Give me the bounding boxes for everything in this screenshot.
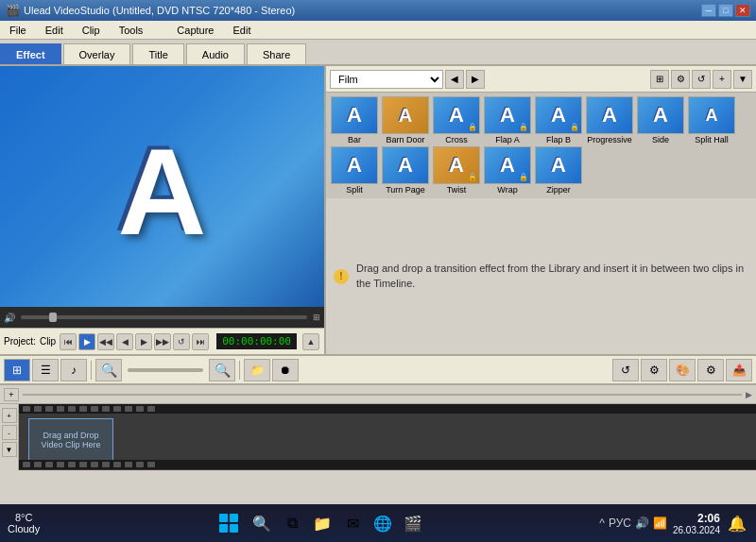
film-hole [147,462,155,467]
grid-view-button[interactable]: ⊞ [650,70,669,89]
film-hole [79,406,87,412]
maximize-button[interactable]: □ [718,4,733,17]
effect-info: ! Drag and drop a transition effect from… [326,198,756,354]
next-category-button[interactable]: ▶ [466,70,485,89]
menu-button[interactable]: ▼ [733,70,752,89]
next-button[interactable]: ▶ [135,333,152,350]
zoom-out-button[interactable]: 🔍 [95,359,122,381]
language-indicator[interactable]: РУС [609,517,631,530]
settings-button[interactable]: ⚙ [697,359,724,381]
effect-toolbar: Film 3D Album Peeling Sliding ◀ ▶ ⊞ ⚙ ↺ … [326,66,756,93]
tab-share[interactable]: Share [247,43,306,64]
effect-item-split-hall[interactable]: A Split Hall [687,96,736,144]
tray-expand-icon[interactable]: ^ [599,517,605,530]
timeline-add-button[interactable]: + [4,388,19,401]
mail-icon[interactable]: ✉ [341,512,364,534]
storyboard-view-button[interactable]: ⊞ [4,359,30,381]
tab-title[interactable]: Title [132,43,183,64]
start-button[interactable] [215,509,243,537]
menu-file[interactable]: File [4,23,32,38]
effect-item-flap-a[interactable]: A 🔒 Flap A [483,96,532,144]
open-folder-button[interactable]: 📁 [244,359,270,381]
film-hole [68,462,76,467]
effect-category-dropdown[interactable]: Film 3D Album Peeling Sliding [330,70,443,89]
effect-item-turn-page[interactable]: A Turn Page [381,146,430,195]
menu-edit2[interactable]: Edit [227,23,256,38]
chrome-icon[interactable]: 🌐 [371,512,394,534]
end-button[interactable]: ⏭ [192,333,209,350]
clock-time: 2:06 [673,512,720,525]
menu-bar: File Edit Clip Tools Capture Edit [0,21,756,40]
timeline-view-button[interactable]: ☰ [32,359,59,381]
preview-letter: A [118,130,207,253]
effect-item-side[interactable]: A Side [636,96,685,144]
tab-audio[interactable]: Audio [186,43,245,64]
refresh-button[interactable]: ↺ [692,70,711,89]
prev-button[interactable]: ◀ [116,333,133,350]
system-clock[interactable]: 2:06 26.03.2024 [673,512,720,535]
time-display: 00:00:00:00 [216,333,297,349]
effect-item-bar[interactable]: A Bar [330,96,379,144]
export-button[interactable]: 📤 [726,359,752,381]
timeline-header: + ▶ [0,385,756,404]
timeline-zoom-out-button[interactable]: - [2,425,17,440]
menu-capture[interactable]: Capture [171,23,219,38]
tab-overlay[interactable]: Overlay [63,43,131,64]
timeline-zoom-in-button[interactable]: + [2,408,17,423]
effect-item-twist[interactable]: A 🔒 Twist [432,146,481,195]
zoom-slider[interactable] [128,368,203,372]
explorer-icon[interactable]: 📁 [311,512,334,534]
volume-tray-icon[interactable]: 🔊 [635,517,649,530]
network-tray-icon[interactable]: 📶 [653,517,667,530]
play-button[interactable]: ▶ [78,333,95,350]
menu-clip[interactable]: Clip [77,23,106,38]
minimize-button[interactable]: ─ [701,4,716,17]
film-hole [34,462,42,467]
timecode-expand-button[interactable]: ▲ [302,333,319,350]
effect-label-flap-a: Flap A [495,135,520,144]
effect-item-zipper[interactable]: A Zipper [534,146,583,195]
film-hole [136,462,144,467]
effect-item-barn-door[interactable]: A Barn Door [381,96,430,144]
next-frame-button[interactable]: ▶▶ [154,333,171,350]
smart-proxy-button[interactable]: ⚙ [641,359,667,381]
timeline-arrow-down[interactable]: ▼ [2,442,17,457]
prev-category-button[interactable]: ◀ [445,70,464,89]
zoom-icon: ⊞ [313,313,320,322]
film-hole [113,462,121,467]
undo-button[interactable]: ↺ [612,359,639,381]
add-button[interactable]: + [713,70,731,89]
record-button[interactable]: ⏺ [272,359,299,381]
effect-item-wrap[interactable]: A 🔒 Wrap [483,146,532,195]
effect-item-flap-b[interactable]: A 🔒 Flap B [534,96,583,144]
loop-button[interactable]: ↺ [173,333,190,350]
effect-item-split[interactable]: A Split [330,146,379,195]
notifications-icon[interactable]: 🔔 [726,512,748,534]
effect-label-twist: Twist [447,185,467,195]
app-icon-taskbar[interactable]: 🎬 [402,512,424,534]
main-area: A 🔊 ⊞ Project: Clip ⏮ ▶ ◀◀ ◀ ▶ ▶▶ ↺ ⏭ [0,66,756,354]
color-button[interactable]: 🎨 [669,359,696,381]
search-taskbar-icon[interactable]: 🔍 [250,512,273,534]
play-home-button[interactable]: ⏮ [60,333,77,350]
preview-progress-slider[interactable] [21,315,307,319]
zoom-in-button[interactable]: 🔍 [209,359,235,381]
effect-label-cross: Cross [445,135,468,144]
options-button[interactable]: ⚙ [671,70,690,89]
prev-frame-button[interactable]: ◀◀ [97,333,114,350]
title-bar-text: Ulead VideoStudio (Untitled, DVD NTSC 72… [24,5,295,16]
film-hole [79,462,87,467]
effect-item-progressive[interactable]: A Progressive [585,96,634,144]
menu-tools[interactable]: Tools [113,23,149,38]
effect-item-cross[interactable]: A 🔒 Cross [432,96,481,144]
clock-date: 26.03.2024 [673,525,720,535]
close-button[interactable]: ✕ [735,4,750,17]
menu-edit[interactable]: Edit [40,23,69,38]
film-hole [45,406,53,412]
audio-view-button[interactable]: ♪ [60,359,87,381]
video-drop-zone[interactable]: Drag and Drop Video Clip Here [28,418,113,461]
timeline-scroll-right: ▶ [746,390,752,399]
film-hole [91,406,98,412]
tab-effect[interactable]: Effect [0,43,61,64]
taskview-icon[interactable]: ⧉ [281,512,303,534]
